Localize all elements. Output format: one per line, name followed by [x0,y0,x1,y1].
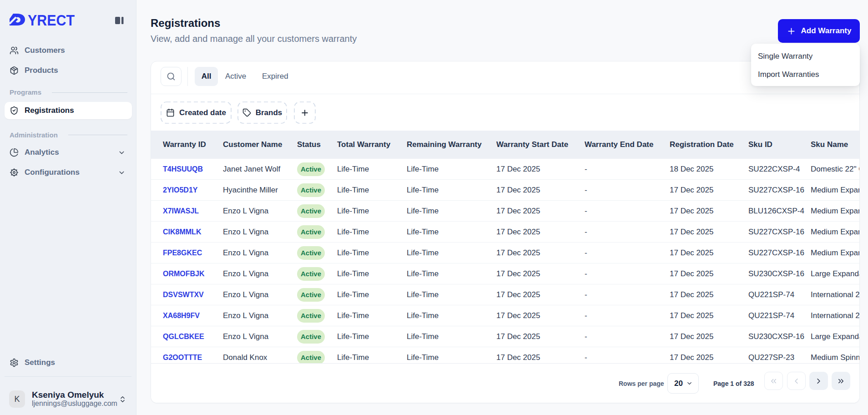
svg-text:YRECT: YRECT [28,13,75,26]
